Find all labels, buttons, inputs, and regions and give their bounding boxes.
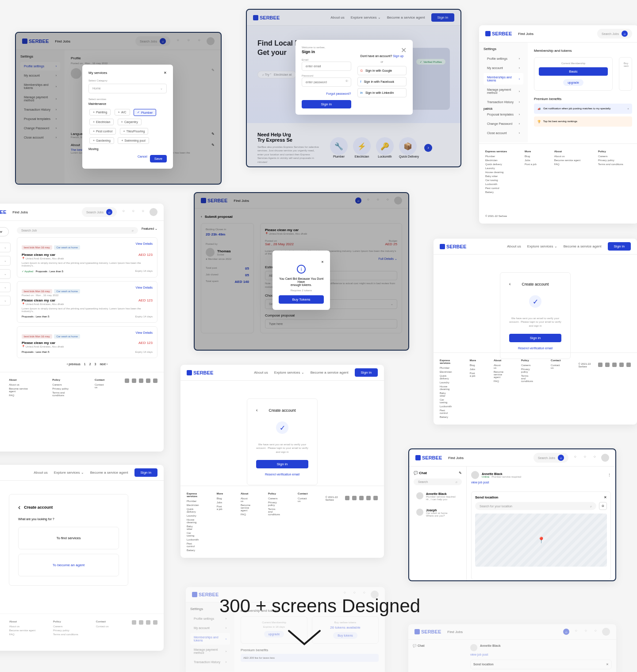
clear-filter-btn[interactable]: Clear filter [0,227,9,236]
view-details[interactable]: View Details [136,331,153,339]
google-btn[interactable]: GSign in with Google [357,66,407,75]
find-jobs-link[interactable]: Find Jobs [518,32,533,36]
close-icon[interactable]: ✕ [604,495,607,499]
chip-pest[interactable]: + Pest control [89,128,116,135]
locate-icon[interactable]: ⊙ [599,502,607,510]
nav-explore[interactable]: Explore services ⌄ [54,471,84,475]
nav-agent[interactable]: Become a service agent [90,471,128,475]
sidebar-item[interactable]: My account› [190,624,230,632]
buy-tokens-btn[interactable]: Buy Tokens [279,295,324,304]
signin-button[interactable]: Sign in [608,242,631,251]
page-2[interactable]: 2 [89,363,91,366]
nav-icon[interactable]: ◇ [572,455,578,461]
signin-button[interactable]: Sign in [355,368,378,377]
next-btn[interactable]: next › [100,363,107,366]
password-input[interactable] [302,77,351,87]
resend-link[interactable]: Resend verification email [256,473,308,476]
sidebar-item[interactable]: Transaction History› [484,98,523,106]
page-3[interactable]: 3 [95,363,96,366]
view-job[interactable]: view job post [470,653,612,656]
avatar[interactable] [602,628,610,636]
filter-select[interactable]: ⌄ [0,296,11,305]
chip-gardening[interactable]: + Gardening [89,137,114,144]
chip-plumber[interactable]: ✓ Plumber [134,109,156,116]
sidebar-item[interactable]: Profile settings› [484,54,523,63]
sidebar-item-memberships[interactable]: Memberships and tokens› [484,73,523,85]
close-icon[interactable]: ✕ [606,663,609,666]
close-icon[interactable]: ✕ [401,46,407,54]
upgrade-btn[interactable]: upgrade [264,631,284,637]
social-icon[interactable] [366,496,371,500]
sidebar-item[interactable]: Manage payment method› [190,645,230,657]
social-icon[interactable] [619,363,624,367]
signin-btn[interactable]: Sign in [509,334,561,342]
search-input[interactable]: Search Jobs⌕ [533,453,568,463]
social-icon[interactable] [132,620,136,625]
filter-select[interactable]: ⌄ [0,269,11,279]
nav-icon[interactable]: ◇ [592,629,599,635]
nav-agent[interactable]: Become a service agent [564,244,602,248]
cancel-button[interactable]: Cancel [138,155,147,162]
map[interactable]: 📍 [475,514,607,567]
location-search[interactable]: Search for your location⌕ [475,502,596,510]
search-icon[interactable]: ⌕ [563,629,569,635]
nav-icon[interactable]: ◇ [130,209,136,215]
chip-tiles[interactable]: + Tiles/Flooring [120,128,149,135]
find-jobs-link[interactable]: Find Jobs [12,210,28,214]
social-icon[interactable] [139,620,143,625]
search-icon[interactable]: ⌕ [106,209,112,215]
nav-about[interactable]: About us [254,371,268,375]
email-input[interactable] [302,62,351,71]
facebook-btn[interactable]: fSign in with Facebook [357,77,407,86]
filter-select[interactable]: alities⌄ [0,282,11,292]
prev-btn[interactable]: ‹ previous [67,363,81,366]
nav-icon[interactable]: ◇ [573,629,579,635]
social-icon[interactable] [373,496,378,500]
social-icon[interactable] [146,378,150,383]
buy-btn[interactable]: Buy tokens [333,632,357,639]
chip-ac[interactable]: + A/C [115,109,130,116]
compose-icon[interactable]: ✎ [459,471,462,475]
page-1[interactable]: 1 [84,363,86,366]
nav-icon[interactable]: ◇ [120,209,127,215]
nav-explore[interactable]: Explore services ⌄ [527,244,557,248]
search-icon[interactable]: ⌕ [622,31,628,37]
chip-carpentry[interactable]: + Carpentry [118,119,142,125]
social-icon[interactable] [153,620,157,625]
social-icon[interactable] [146,620,150,625]
close-icon[interactable]: ✕ [164,71,167,75]
nav-icon[interactable]: ◇ [140,209,146,215]
social-icon[interactable] [132,378,136,383]
chat-search[interactable]: Search⌕ [414,479,462,485]
more-icon[interactable]: ⋮ [608,473,611,477]
category-select[interactable]: Home⌄ [88,84,167,93]
close-icon[interactable]: ✕ [321,260,324,263]
signin-button[interactable]: Sign in [134,468,157,477]
nav-icon[interactable]: ◇ [591,455,598,461]
social-icon[interactable] [125,378,129,383]
avatar[interactable] [150,208,157,216]
social-icon[interactable] [345,496,349,500]
view-details[interactable]: View Details [136,242,153,250]
find-jobs-link[interactable]: Find Jobs [448,456,464,460]
social-icon[interactable] [605,363,610,367]
view-job-link[interactable]: view job post [471,481,611,484]
basic-btn[interactable]: Basic [539,67,608,76]
upgrade-btn[interactable]: upgrade [563,79,583,86]
save-button[interactable]: Save [150,155,167,162]
eye-icon[interactable]: 👁 [345,79,349,83]
social-icon[interactable] [359,496,364,500]
social-icon[interactable] [352,496,357,500]
social-icon[interactable] [626,363,631,367]
nav-about[interactable]: About us [507,244,521,248]
linkedin-btn[interactable]: inSign in with LinkedIn [357,88,407,97]
nav-icon[interactable]: ◇ [583,629,589,635]
avatar[interactable] [601,454,609,462]
sidebar-item[interactable]: Memberships and tokens› [190,633,230,645]
signin-submit[interactable]: Sign in [302,100,351,108]
nav-about[interactable]: About us [34,471,48,475]
social-icon[interactable] [139,378,143,383]
sidebar-item[interactable]: Transaction History› [190,658,230,666]
social-icon[interactable] [598,363,602,367]
nav-agent[interactable]: Become a service agent [311,371,349,375]
